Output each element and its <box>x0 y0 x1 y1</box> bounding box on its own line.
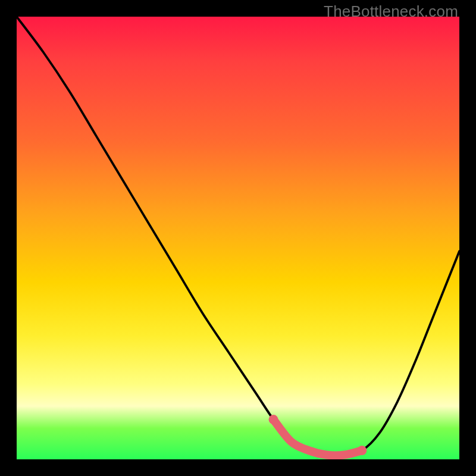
optimal-end-dot <box>357 446 367 455</box>
optimal-region-band <box>274 419 362 455</box>
plot-area <box>17 17 459 459</box>
bottleneck-curve <box>17 17 459 455</box>
chart-frame: TheBottleneck.com <box>0 0 476 476</box>
curve-layer <box>17 17 459 459</box>
optimal-start-dot <box>269 415 278 424</box>
